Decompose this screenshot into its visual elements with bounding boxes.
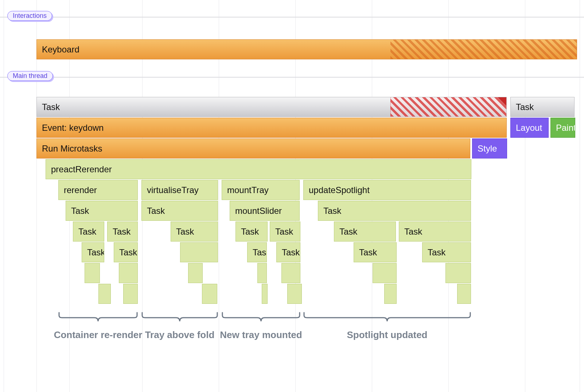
- flame-bar[interactable]: [373, 263, 397, 283]
- flame-bar-task[interactable]: Task: [270, 222, 300, 242]
- flame-bar-virtualisetray[interactable]: virtualiseTray: [141, 180, 218, 200]
- flame-bar-task[interactable]: Task: [354, 242, 397, 262]
- flame-bar[interactable]: [188, 263, 203, 283]
- flame-bar-label: Task: [404, 227, 422, 237]
- section-pill-label: Main thread: [13, 72, 47, 79]
- flame-bar[interactable]: [180, 242, 218, 262]
- flame-bar-label: virtualiseTray: [147, 185, 199, 195]
- flame-bar-label: Paint: [556, 123, 575, 133]
- flame-bar-label: Task: [71, 206, 89, 216]
- flame-bar-task[interactable]: Task: [318, 201, 471, 221]
- flame-bar-preactrerender[interactable]: preactRerender: [46, 159, 471, 179]
- flame-bar[interactable]: [85, 263, 100, 283]
- flame-bar-label: Task: [359, 247, 377, 258]
- flame-bar-label: Event: keydown: [42, 123, 104, 133]
- flame-bar-label: Task: [323, 206, 341, 216]
- flame-bar-event-keydown[interactable]: Event: keydown: [36, 118, 507, 138]
- flame-bar[interactable]: [384, 284, 397, 304]
- flame-bar[interactable]: [257, 263, 267, 283]
- section-divider-main_thread: [0, 77, 584, 78]
- annotation-brace-icon: [222, 312, 300, 323]
- flame-bar[interactable]: [287, 284, 302, 304]
- flame-bar-task[interactable]: Task: [114, 242, 138, 262]
- flame-bar-label: Task: [275, 227, 293, 237]
- flame-bar-label: updateSpotlight: [309, 185, 370, 195]
- flame-bar-layout[interactable]: Layout: [510, 118, 549, 138]
- flame-bar-label: preactRerender: [51, 164, 112, 175]
- flame-bar[interactable]: [98, 284, 111, 304]
- flame-bar-task[interactable]: Task: [247, 242, 267, 262]
- flame-bar-task[interactable]: Task: [171, 222, 218, 242]
- annotation-brace-icon: [303, 312, 471, 323]
- flame-bar-task[interactable]: Task: [36, 97, 507, 117]
- flame-bar-updatespotlight[interactable]: updateSpotlight: [303, 180, 471, 200]
- flame-bar-task[interactable]: Task: [82, 242, 104, 262]
- flame-bar-label: Task: [147, 206, 165, 216]
- flame-bar-label: Run Microtasks: [42, 144, 102, 154]
- flame-bar-label: Task: [176, 227, 194, 237]
- flame-bar-keyboard[interactable]: Keyboard: [36, 39, 577, 59]
- flame-bar-task[interactable]: Task: [510, 97, 575, 117]
- flame-bar[interactable]: [262, 284, 268, 304]
- flame-bar-style[interactable]: Style: [472, 138, 507, 158]
- hatch-long-frame-icon: [390, 40, 577, 59]
- flame-bar-label: Task: [516, 102, 534, 112]
- flame-bar-label: Task: [119, 247, 137, 258]
- flame-bar-task[interactable]: Task: [399, 222, 471, 242]
- flame-bar-label: mountTray: [227, 185, 269, 195]
- flame-bar-label: Task: [253, 247, 267, 258]
- flame-bar-label: mountSlider: [235, 206, 282, 216]
- flame-bar-label: rerender: [64, 185, 97, 195]
- flame-bar-run-microtasks[interactable]: Run Microtasks: [36, 138, 470, 158]
- flame-bar[interactable]: [119, 263, 138, 283]
- flame-bar-label: Task: [282, 247, 300, 258]
- gridline: [4, 0, 4, 392]
- long-task-triangle-icon: [498, 97, 506, 106]
- flame-bar-label: Task: [42, 102, 60, 112]
- flame-bar-label: Task: [87, 247, 104, 258]
- flame-bar-label: Task: [428, 247, 445, 258]
- flame-bar-label: Style: [478, 144, 497, 154]
- flame-bar-task[interactable]: Task: [334, 222, 396, 242]
- flame-bar-task[interactable]: Task: [107, 222, 138, 242]
- annotation-brace-icon: [58, 312, 138, 323]
- flame-bar-task[interactable]: Task: [235, 222, 268, 242]
- flame-bar-rerender[interactable]: rerender: [58, 180, 138, 200]
- flame-bar-label: Keyboard: [42, 44, 79, 55]
- section-pill-label: Interactions: [13, 12, 47, 19]
- flame-bar[interactable]: [457, 284, 471, 304]
- flame-bar-task[interactable]: Task: [66, 201, 138, 221]
- flame-bar-task[interactable]: Task: [422, 242, 471, 262]
- flame-bar-label: Task: [241, 227, 259, 237]
- flame-bar[interactable]: [202, 284, 217, 304]
- section-pill-interactions[interactable]: Interactions: [7, 11, 52, 21]
- section-divider-interactions: [0, 17, 584, 17]
- flame-bar-task[interactable]: Task: [276, 242, 300, 262]
- flame-bar-paint[interactable]: Paint: [550, 118, 575, 138]
- annotation-brace-icon: [141, 312, 218, 323]
- annotation-label: Spotlight updated: [292, 329, 482, 341]
- flame-bar-label: Task: [339, 227, 357, 237]
- section-pill-main_thread[interactable]: Main thread: [7, 71, 53, 81]
- performance-timeline-frame: InteractionsMain threadKeyboardTaskTaskE…: [0, 0, 584, 392]
- hatch-long-task-icon: [390, 97, 506, 117]
- gridline: [580, 0, 580, 392]
- flame-bar-mountslider[interactable]: mountSlider: [230, 201, 300, 221]
- flame-bar[interactable]: [445, 263, 471, 283]
- flame-bar[interactable]: [123, 284, 138, 304]
- flame-bar[interactable]: [281, 263, 300, 283]
- flame-bar-label: Task: [113, 227, 131, 237]
- flame-bar-task[interactable]: Task: [73, 222, 104, 242]
- flame-bar-task[interactable]: Task: [141, 201, 218, 221]
- flame-bar-label: Layout: [516, 123, 542, 133]
- flame-bar-label: Task: [78, 227, 96, 237]
- flame-bar-mounttray[interactable]: mountTray: [222, 180, 300, 200]
